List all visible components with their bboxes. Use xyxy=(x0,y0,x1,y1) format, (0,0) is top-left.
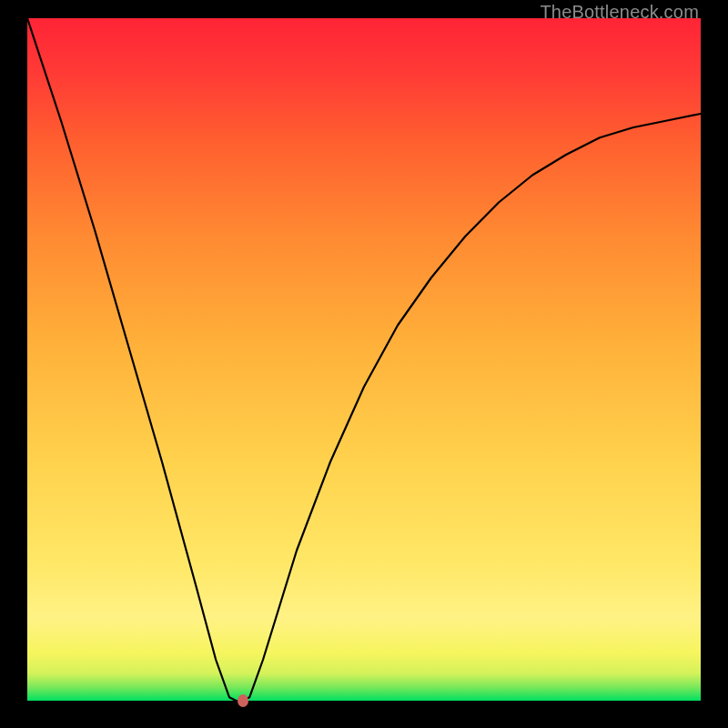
watermark-text: TheBottleneck.com xyxy=(540,2,699,23)
chart-frame: TheBottleneck.com xyxy=(0,0,728,728)
optimum-marker xyxy=(238,694,248,707)
plot-area xyxy=(27,18,701,701)
bottleneck-curve xyxy=(27,18,701,701)
